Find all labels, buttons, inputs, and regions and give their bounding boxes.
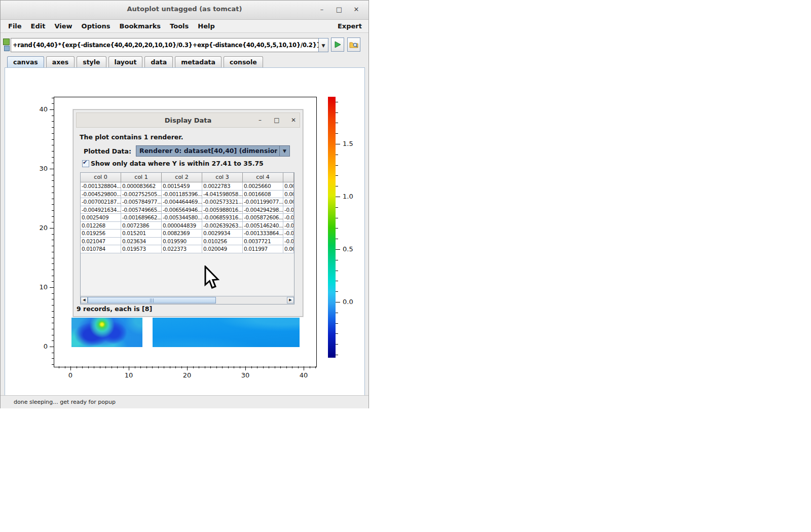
tab-style[interactable]: style xyxy=(77,56,106,67)
table-cell: -0.002752505... xyxy=(121,191,162,199)
table-row[interactable]: -0.004529800...-0.002752505...-0.0011853… xyxy=(81,191,294,199)
y-axis-minor-tick xyxy=(52,276,54,276)
menubar: FileEditViewOptionsBookmarksToolsHelpExp… xyxy=(1,20,368,33)
filter-checkbox[interactable]: ✔ xyxy=(82,160,89,167)
maximize-icon[interactable]: □ xyxy=(334,4,345,15)
chevron-down-icon: ▼ xyxy=(279,146,289,156)
y-axis-minor-tick xyxy=(52,186,54,187)
table-body: -0.001328804...0.0000836620.00154590.002… xyxy=(81,182,294,253)
plotted-data-select[interactable]: Renderer 0: dataset[40,40] (dimension...… xyxy=(136,145,290,157)
table-header-cell[interactable]: col 2 xyxy=(162,173,202,182)
horizontal-scrollbar[interactable]: ◀ ▶ xyxy=(81,296,294,304)
table-cell: -0.001689662... xyxy=(121,214,162,222)
menu-item-file[interactable]: File xyxy=(4,22,26,30)
y-axis-minor-tick xyxy=(52,299,54,299)
minimize-icon[interactable]: – xyxy=(316,4,327,15)
colorbar-minor-tick xyxy=(336,355,338,355)
colorbar-minor-tick xyxy=(336,260,338,260)
scroll-right-icon[interactable]: ▶ xyxy=(287,297,294,303)
y-axis-tick xyxy=(50,169,54,169)
tab-canvas[interactable]: canvas xyxy=(7,56,44,68)
y-axis-minor-tick xyxy=(52,281,54,282)
table-row[interactable]: 0.0122680.00723860.000044839-0.002639263… xyxy=(81,222,294,230)
table-cell: -0.006859316... xyxy=(202,214,243,222)
heatmap-strip-left xyxy=(71,318,142,347)
menu-item-bookmarks[interactable]: Bookmarks xyxy=(115,22,166,30)
filter-checkbox-label: Show only data where Y is within 27.41 t… xyxy=(91,160,264,167)
table-row[interactable]: 0.0107840.0195730.0223730.0200490.011997… xyxy=(81,245,294,253)
table-cell: 0.0025660 xyxy=(243,182,283,191)
x-axis-minor-tick xyxy=(263,366,264,368)
window-titlebar[interactable]: Autoplot untagged (as tomcat) – □ ✕ xyxy=(1,1,368,20)
tab-layout[interactable]: layout xyxy=(108,56,143,67)
y-axis-minor-tick xyxy=(52,323,54,323)
y-axis-minor-tick xyxy=(52,210,54,211)
colorbar xyxy=(328,97,336,358)
dialog-titlebar[interactable]: Display Data – □ ✕ xyxy=(76,112,300,128)
tab-console[interactable]: console xyxy=(224,56,263,67)
table-cell: 0.0029934 xyxy=(202,230,243,238)
menu-item-edit[interactable]: Edit xyxy=(26,22,50,30)
table-header-cell[interactable]: col 1 xyxy=(121,173,162,182)
x-axis-minor-tick xyxy=(100,366,100,368)
table-row[interactable]: 0.0025409-0.001689662...-0.005344580...-… xyxy=(81,214,294,222)
menu-item-tools[interactable]: Tools xyxy=(165,22,193,30)
menu-item-options[interactable]: Options xyxy=(77,22,115,30)
table-cell: 0.00 xyxy=(283,198,294,206)
x-axis-minor-tick xyxy=(286,366,287,368)
colorbar-minor-tick xyxy=(336,207,338,208)
table-cell: -0.0 xyxy=(283,230,294,238)
x-axis-minor-tick xyxy=(88,366,89,368)
x-axis-minor-tick xyxy=(193,366,194,368)
dialog-maximize-icon[interactable]: □ xyxy=(272,115,282,125)
x-axis-minor-tick xyxy=(158,366,159,368)
y-axis-minor-tick xyxy=(52,335,54,335)
x-axis-minor-tick xyxy=(135,366,135,368)
table-cell: 0.0072386 xyxy=(121,222,162,230)
uri-dropdown-button[interactable]: ▼ xyxy=(318,38,328,52)
x-axis-minor-tick xyxy=(164,366,164,368)
menu-item-help[interactable]: Help xyxy=(193,22,219,30)
table-header-cell[interactable]: col 3 xyxy=(202,173,243,182)
table-cell: -0.002639263... xyxy=(202,222,243,230)
x-axis-minor-tick xyxy=(251,366,252,368)
y-axis-minor-tick xyxy=(52,103,54,104)
scrollbar-thumb[interactable] xyxy=(88,297,216,303)
menu-item-view[interactable]: View xyxy=(50,22,77,30)
tab-data[interactable]: data xyxy=(144,56,173,67)
x-axis-minor-tick xyxy=(292,366,292,368)
dialog-minimize-icon[interactable]: – xyxy=(255,115,265,125)
tab-axes[interactable]: axes xyxy=(46,56,75,67)
dialog-close-icon[interactable]: ✕ xyxy=(288,115,299,125)
plot-canvas[interactable]: Display Data – □ ✕ The plot contains 1 r… xyxy=(5,67,365,396)
scroll-left-icon[interactable]: ◀ xyxy=(81,297,88,303)
table-row[interactable]: -0.001328804...0.0000836620.00154590.002… xyxy=(81,182,294,191)
x-axis-minor-tick xyxy=(105,366,106,368)
colorbar-tick xyxy=(336,249,340,250)
menu-item-expert[interactable]: Expert xyxy=(338,22,362,30)
table-row[interactable]: -0.004921634...-0.005749665...-0.0065649… xyxy=(81,206,294,214)
scrollbar-grip xyxy=(150,298,154,302)
x-axis-minor-tick xyxy=(170,366,170,368)
colorbar-minor-tick xyxy=(336,155,338,155)
tab-metadata[interactable]: metadata xyxy=(175,56,222,67)
browse-button[interactable] xyxy=(347,37,360,52)
plotted-data-label: Plotted Data: xyxy=(84,147,131,155)
colorbar-minor-tick xyxy=(336,218,338,218)
window-title: Autoplot untagged (as tomcat) xyxy=(1,5,368,13)
uri-input[interactable]: +rand{40,40}*{exp{-distance{40,40,20,20,… xyxy=(11,38,321,52)
table-row[interactable]: 0.0192560.0152010.00823690.0029934-0.001… xyxy=(81,230,294,238)
table-cell: 0.015201 xyxy=(121,230,162,238)
y-axis-tick-label: 10 xyxy=(23,283,48,291)
table-cell: 0.000083662 xyxy=(121,182,162,191)
table-row[interactable]: 0.0210470.0236340.0195900.0102560.003772… xyxy=(81,238,294,246)
table-row[interactable]: -0.007002187...-0.005784977...-0.0044644… xyxy=(81,198,294,206)
close-icon[interactable]: ✕ xyxy=(351,4,362,15)
colorbar-minor-tick xyxy=(336,281,338,281)
table-header-cell[interactable]: col 0 xyxy=(81,173,121,182)
table-header-cell[interactable] xyxy=(283,173,294,182)
table-cell: -0.0 xyxy=(283,214,294,222)
table-header-cell[interactable]: col 4 xyxy=(243,173,283,182)
go-button[interactable] xyxy=(331,37,344,52)
y-axis-tick-label: 0 xyxy=(23,343,48,350)
